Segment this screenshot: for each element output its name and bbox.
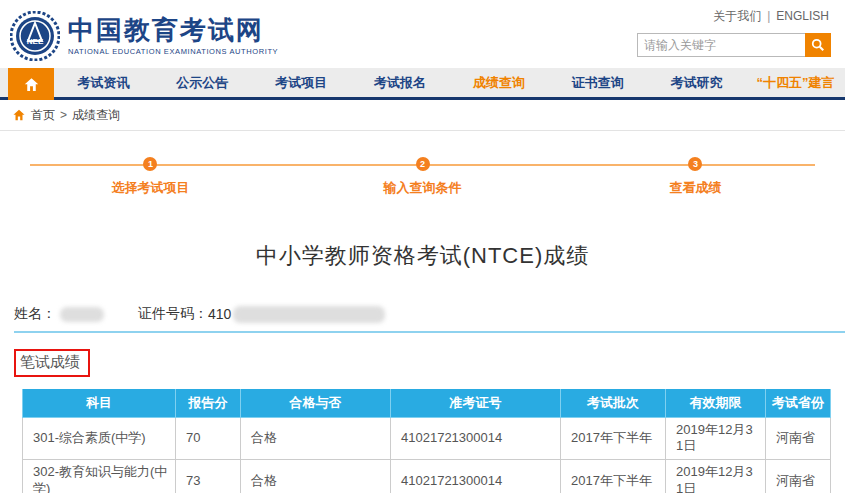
top-links: 关于我们|ENGLISH — [713, 8, 829, 25]
col-header-subject: 科目 — [23, 389, 176, 417]
site-header: NEE 中国教育考试网 NATIONAL EDUCATION EXAMINATI… — [0, 0, 845, 66]
cell-subject: 301-综合素质(中学) — [23, 417, 176, 460]
nav-item-14th-plan[interactable]: “十四五”建言 — [746, 74, 845, 92]
section-wrap: 笔试成绩 — [14, 349, 845, 377]
search-box — [637, 33, 831, 57]
nav-item-exam-news[interactable]: 考试资讯 — [54, 74, 153, 92]
cell-province: 河南省 — [766, 417, 831, 460]
nav-item-certificate-query[interactable]: 证书查询 — [548, 74, 647, 92]
cell-pass-status: 合格 — [241, 417, 391, 460]
cell-admission-ticket: 41021721300014 — [391, 460, 561, 493]
nav-list: 考试资讯 公示公告 考试项目 考试报名 成绩查询 证书查询 考试研究 “十四五”… — [54, 68, 845, 97]
written-score-table: 科目 报告分 合格与否 准考证号 考试批次 有效期限 考试省份 301-综合素质… — [22, 389, 831, 493]
step-2-number: 2 — [416, 157, 430, 171]
identity-divider — [14, 331, 845, 333]
col-header-pass-status: 合格与否 — [241, 389, 391, 417]
cell-admission-ticket: 41021721300014 — [391, 417, 561, 460]
step-3-number: 3 — [688, 157, 702, 171]
cell-province: 河南省 — [766, 460, 831, 493]
nav-item-exam-registration[interactable]: 考试报名 — [351, 74, 450, 92]
col-header-score: 报告分 — [176, 389, 241, 417]
header-right: 关于我们|ENGLISH — [637, 6, 831, 66]
page-title: 中小学教师资格考试(NTCE)成绩 — [0, 241, 845, 271]
search-input[interactable] — [637, 33, 805, 57]
col-header-province: 考试省份 — [766, 389, 831, 417]
step-indicator: 1 选择考试项目 2 输入查询条件 3 查看成绩 — [0, 131, 845, 203]
home-icon — [12, 108, 26, 122]
nav-home-button[interactable] — [8, 68, 54, 100]
link-separator: | — [767, 9, 770, 23]
nav-item-score-query[interactable]: 成绩查询 — [450, 74, 549, 92]
table-row: 302-教育知识与能力(中学) 73 合格 41021721300014 201… — [23, 460, 831, 493]
cell-score: 73 — [176, 460, 241, 493]
id-number-prefix: 410 — [208, 306, 231, 322]
step-1: 1 选择考试项目 — [80, 157, 220, 197]
cell-subject: 302-教育知识与能力(中学) — [23, 460, 176, 493]
identity-row: 姓名： 证件号码： 410 — [14, 305, 845, 323]
step-3: 3 查看成绩 — [625, 157, 765, 197]
written-score-section-label: 笔试成绩 — [14, 349, 90, 377]
col-header-exam-session: 考试批次 — [561, 389, 666, 417]
cell-pass-status: 合格 — [241, 460, 391, 493]
name-label: 姓名： — [14, 305, 56, 323]
site-logo[interactable]: NEE 中国教育考试网 NATIONAL EDUCATION EXAMINATI… — [10, 6, 278, 66]
about-us-link[interactable]: 关于我们 — [713, 9, 761, 23]
nav-item-public-notice[interactable]: 公示公告 — [153, 74, 252, 92]
english-link[interactable]: ENGLISH — [776, 9, 829, 23]
step-3-label: 查看成绩 — [625, 179, 765, 197]
col-header-validity: 有效期限 — [666, 389, 766, 417]
cell-exam-session: 2017年下半年 — [561, 460, 666, 493]
site-subtitle: NATIONAL EDUCATION EXAMINATIONS AUTHORIT… — [68, 47, 278, 56]
cell-validity: 2019年12月31日 — [666, 417, 766, 460]
neea-emblem-icon: NEE — [10, 11, 60, 61]
breadcrumb: 首页 > 成绩查询 — [0, 100, 845, 131]
step-1-number: 1 — [143, 157, 157, 171]
svg-text:NEE: NEE — [27, 37, 44, 46]
home-icon — [23, 76, 40, 93]
search-button[interactable] — [805, 33, 831, 57]
nav-item-exam-research[interactable]: 考试研究 — [647, 74, 746, 92]
redacted-id-number — [233, 306, 385, 323]
breadcrumb-current: 成绩查询 — [72, 107, 120, 124]
step-2-label: 输入查询条件 — [353, 179, 493, 197]
cell-score: 70 — [176, 417, 241, 460]
id-number-label: 证件号码： — [138, 305, 208, 323]
breadcrumb-separator: > — [60, 108, 67, 122]
col-header-admission-ticket: 准考证号 — [391, 389, 561, 417]
table-row: 301-综合素质(中学) 70 合格 41021721300014 2017年下… — [23, 417, 831, 460]
breadcrumb-home[interactable]: 首页 — [31, 107, 55, 124]
nav-item-exam-programs[interactable]: 考试项目 — [252, 74, 351, 92]
redacted-name — [60, 307, 104, 322]
step-2: 2 输入查询条件 — [353, 157, 493, 197]
cell-exam-session: 2017年下半年 — [561, 417, 666, 460]
cell-validity: 2019年12月31日 — [666, 460, 766, 493]
search-icon — [811, 38, 825, 52]
step-1-label: 选择考试项目 — [80, 179, 220, 197]
table-header-row: 科目 报告分 合格与否 准考证号 考试批次 有效期限 考试省份 — [23, 389, 831, 417]
site-name: 中国教育考试网 — [68, 16, 278, 45]
main-nav: 考试资讯 公示公告 考试项目 考试报名 成绩查询 证书查询 考试研究 “十四五”… — [0, 68, 845, 100]
